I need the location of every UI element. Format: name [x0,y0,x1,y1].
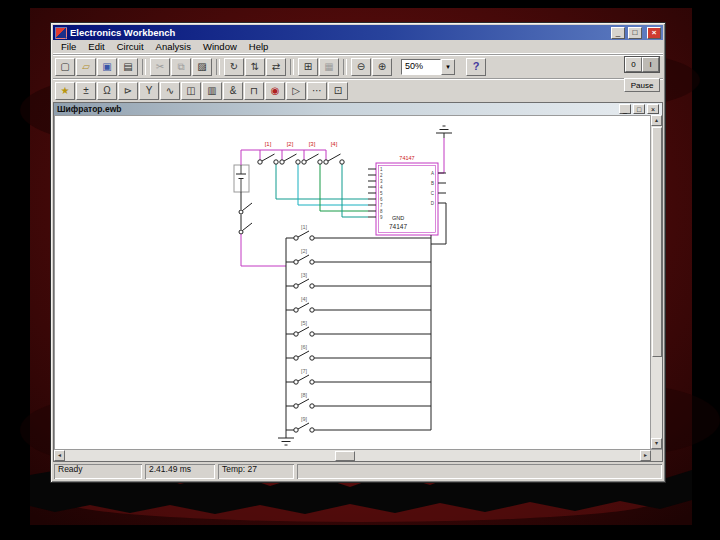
flip-vertical-button[interactable]: ⇅ [245,58,265,76]
cascade-switches[interactable] [239,192,252,234]
chevron-down-icon: ▾ [446,63,450,70]
power-off-cell[interactable]: 0 [625,57,642,72]
scroll-down-button[interactable]: ▾ [651,438,662,449]
power-on-cell[interactable]: I [642,57,659,72]
basic-bin-button[interactable]: Ω [97,82,117,100]
zoom-in-icon: ⊕ [378,61,386,72]
controls-icon: ▷ [292,85,300,96]
status-bar: Ready 2.41.49 ms Temp: 27 [53,462,663,480]
scrollbar-corner [651,450,662,461]
rotate-icon: ↻ [230,61,238,72]
diodes-icon: ⊳ [124,85,132,96]
indicators-bin-button[interactable]: ◉ [265,82,285,100]
circuit-canvas[interactable]: [1] [2] [3] [4] [54,115,650,449]
wire-teal [276,164,368,199]
power-switch[interactable]: 0 I [624,56,660,73]
transistors-bin-button[interactable]: Y [139,82,159,100]
menu-bar: File Edit Circuit Analysis Window Help [53,40,663,54]
battery-source[interactable] [234,165,249,192]
svg-text:B: B [431,181,434,186]
logic-gates-icon: & [230,85,237,96]
diodes-bin-button[interactable]: ⊳ [118,82,138,100]
instruments-bin-button[interactable]: ⊡ [328,82,348,100]
zoom-dropdown-button[interactable]: ▾ [441,59,455,75]
zoom-in-button[interactable]: ⊕ [372,58,392,76]
open-file-button[interactable]: ▱ [76,58,96,76]
ladder-switch [286,279,431,288]
create-subcircuit-button[interactable]: ⊞ [298,58,318,76]
favorites-icon: ★ [61,85,70,96]
copy-button[interactable]: ⧉ [171,58,191,76]
chip-name-label: 74147 [389,223,407,230]
flip-horizontal-button[interactable]: ⇄ [266,58,286,76]
new-file-button[interactable]: ▢ [55,58,75,76]
ground-bottom[interactable] [278,438,294,445]
title-bar[interactable]: Electronics Workbench _ □ × [53,25,663,40]
display-graphs-button[interactable]: ▦ [319,58,339,76]
vertical-scroll-track[interactable] [651,126,662,438]
horizontal-scroll-track[interactable] [65,450,640,461]
zoom-out-button[interactable]: ⊖ [351,58,371,76]
wire-green [320,164,368,211]
vertical-scroll-thumb[interactable] [652,127,662,357]
document-title-bar[interactable]: Шифратор.ewb _ □ × [53,102,663,115]
controls-bin-button[interactable]: ▷ [286,82,306,100]
menu-file[interactable]: File [55,40,82,53]
zoom-combo: 50% ▾ [401,59,455,75]
svg-text:[1]: [1] [301,224,308,230]
indicators-icon: ◉ [271,85,280,96]
flip-vertical-icon: ⇅ [251,61,259,72]
horizontal-scrollbar[interactable]: ◂ ▸ [54,450,651,461]
favorites-bin-button[interactable]: ★ [55,82,75,100]
svg-text:[8]: [8] [301,392,308,398]
save-button[interactable]: ▣ [97,58,117,76]
graphs-icon: ▦ [324,61,333,72]
document-restore-button[interactable]: □ [633,104,645,114]
ground-top[interactable] [436,126,452,138]
close-button[interactable]: × [647,27,661,39]
document-close-button[interactable]: × [647,104,659,114]
rotate-button[interactable]: ↻ [224,58,244,76]
mixed-ics-bin-button[interactable]: ◫ [181,82,201,100]
ladder-switches[interactable] [286,231,431,432]
paste-button[interactable]: ▨ [192,58,212,76]
vertical-scrollbar[interactable]: ▴ ▾ [650,115,662,449]
logic-gates-bin-button[interactable]: & [223,82,243,100]
zoom-level-field[interactable]: 50% [401,59,441,75]
svg-text:[3]: [3] [309,141,316,147]
maximize-button[interactable]: □ [628,27,642,39]
toolbar-separator [216,59,220,75]
encoder-chip-74147[interactable]: 1 2 3 4 5 6 7 8 9 A B [368,155,446,244]
svg-text:[2]: [2] [301,248,308,254]
cut-button[interactable]: ✂ [150,58,170,76]
ladder-switch [286,399,431,408]
ladder-bus-wires [286,235,431,438]
top-switches[interactable] [258,154,344,164]
chip-model-label: 74147 [399,155,414,161]
analog-ics-bin-button[interactable]: ∿ [160,82,180,100]
status-temperature: Temp: 27 [218,464,294,479]
scroll-right-button[interactable]: ▸ [640,450,651,461]
help-button[interactable]: ? [466,58,486,76]
analog-ics-icon: ∿ [166,85,174,96]
menu-window[interactable]: Window [197,40,243,53]
digital-bin-button[interactable]: ⊓ [244,82,264,100]
scroll-up-button[interactable]: ▴ [651,115,662,126]
ladder-switch [286,351,431,360]
miscellaneous-bin-button[interactable]: ⋯ [307,82,327,100]
minimize-button[interactable]: _ [611,27,625,39]
menu-circuit[interactable]: Circuit [111,40,150,53]
zoom-out-icon: ⊖ [357,61,365,72]
scroll-left-button[interactable]: ◂ [54,450,65,461]
sources-bin-button[interactable]: ± [76,82,96,100]
print-button[interactable]: ▤ [118,58,138,76]
parts-bin-toolbar: ★ ± Ω ⊳ Y ∿ ◫ ▥ & ⊓ ◉ ▷ ⋯ ⊡ [53,78,663,102]
save-icon: ▣ [102,61,111,72]
digital-ics-bin-button[interactable]: ▥ [202,82,222,100]
document-minimize-button[interactable]: _ [619,104,631,114]
menu-analysis[interactable]: Analysis [150,40,197,53]
menu-edit[interactable]: Edit [82,40,110,53]
menu-help[interactable]: Help [243,40,275,53]
horizontal-scroll-thumb[interactable] [335,451,355,461]
pause-button[interactable]: Pause [624,78,660,92]
